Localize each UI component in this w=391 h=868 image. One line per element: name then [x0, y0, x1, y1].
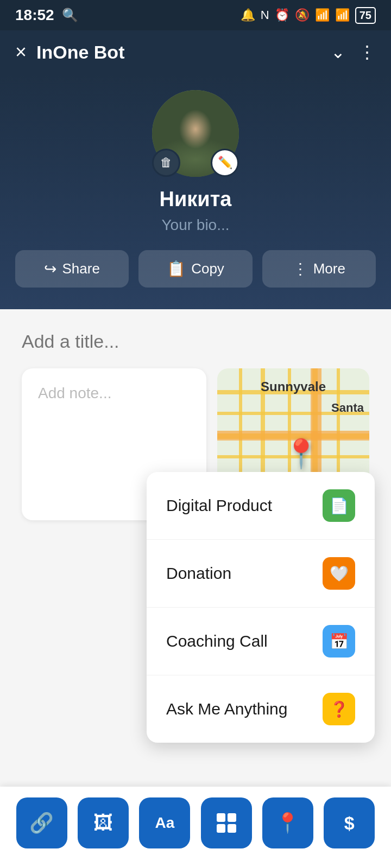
svg-rect-3 [228, 824, 236, 833]
menu-item-coaching-call[interactable]: Coaching Call 📅 [147, 608, 375, 675]
digital-product-icon: 📄 [323, 489, 355, 522]
share-button[interactable]: ↪ Share [15, 250, 129, 288]
chevron-down-icon[interactable]: ⌄ [331, 42, 345, 62]
menu-item-digital-product[interactable]: Digital Product 📄 [147, 472, 375, 540]
text-tool-button[interactable]: Aa [139, 797, 190, 848]
copy-icon: 📋 [167, 260, 186, 278]
bottom-toolbar: 🔗 🖼 Aa 📍 $ [0, 787, 391, 868]
status-time: 18:52 [15, 7, 54, 24]
layout-tool-button[interactable] [201, 797, 252, 848]
delete-avatar-button[interactable]: 🗑 [152, 149, 180, 177]
mute-icon: 🔕 [295, 8, 310, 22]
link-tool-button[interactable]: 🔗 [16, 797, 67, 848]
more-options-icon[interactable]: ⋮ [358, 42, 376, 62]
more-button[interactable]: ⋮ More [262, 250, 376, 288]
profile-bio-placeholder[interactable]: Your bio... [161, 216, 229, 234]
location-tool-button[interactable]: 📍 [262, 797, 313, 848]
dots-vertical-icon: ⋮ [293, 260, 308, 278]
avatar-container: 🗑 ✏️ [152, 90, 239, 177]
action-buttons: ↪ Share 📋 Copy ⋮ More [15, 250, 376, 288]
svg-rect-2 [217, 824, 225, 833]
menu-item-ask-me-anything[interactable]: Ask Me Anything ❓ [147, 675, 375, 743]
title-input[interactable] [22, 331, 369, 352]
share-icon: ↪ [44, 260, 56, 278]
donation-icon: 🤍 [323, 557, 355, 590]
note-placeholder: Add note... [38, 385, 111, 401]
image-tool-button[interactable]: 🖼 [78, 797, 129, 848]
header-left: × InOne Bot [15, 41, 124, 63]
profile-name: Никита [160, 188, 232, 211]
map-pin: 📍 [283, 437, 319, 470]
bell-icon: 🔔 [241, 8, 255, 22]
menu-item-label: Digital Product [166, 496, 272, 515]
map-label-santa: Santa [331, 401, 364, 415]
menu-item-label: Coaching Call [166, 632, 268, 650]
copy-label: Copy [191, 260, 224, 277]
menu-item-label: Donation [166, 564, 231, 583]
battery-indicator: 75 [355, 7, 376, 24]
wifi-icon: 📶 [315, 8, 330, 22]
ask-me-anything-icon: ❓ [323, 693, 355, 725]
dropdown-menu: Digital Product 📄 Donation 🤍 Coaching Ca… [147, 472, 375, 743]
nfc-icon: N [261, 8, 269, 22]
header-title: InOne Bot [36, 42, 124, 63]
content-area: Add note... 📍 [0, 309, 391, 689]
signal-icon: 📶 [335, 8, 350, 22]
status-right: 🔔 N ⏰ 🔕 📶 📶 75 [241, 7, 376, 24]
search-icon: 🔍 [62, 8, 78, 23]
coaching-call-icon: 📅 [323, 625, 355, 658]
header-right: ⌄ ⋮ [331, 42, 376, 62]
alarm-icon: ⏰ [275, 8, 289, 22]
more-label: More [313, 260, 345, 277]
menu-item-donation[interactable]: Donation 🤍 [147, 540, 375, 608]
menu-item-label: Ask Me Anything [166, 700, 287, 718]
map-label-sunnyvale: Sunnyvale [261, 379, 326, 394]
share-label: Share [62, 260, 99, 277]
status-bar: 18:52 🔍 🔔 N ⏰ 🔕 📶 📶 75 [0, 0, 391, 30]
copy-button[interactable]: 📋 Copy [138, 250, 252, 288]
svg-rect-0 [217, 813, 225, 822]
svg-rect-1 [228, 813, 236, 822]
status-left: 18:52 🔍 [15, 7, 78, 24]
edit-avatar-button[interactable]: ✏️ [211, 149, 239, 177]
payment-tool-button[interactable]: $ [324, 797, 375, 848]
profile-section: 🗑 ✏️ Никита Your bio... ↪ Share 📋 Copy ⋮… [0, 74, 391, 309]
close-button[interactable]: × [15, 41, 27, 63]
header: × InOne Bot ⌄ ⋮ [0, 30, 391, 74]
